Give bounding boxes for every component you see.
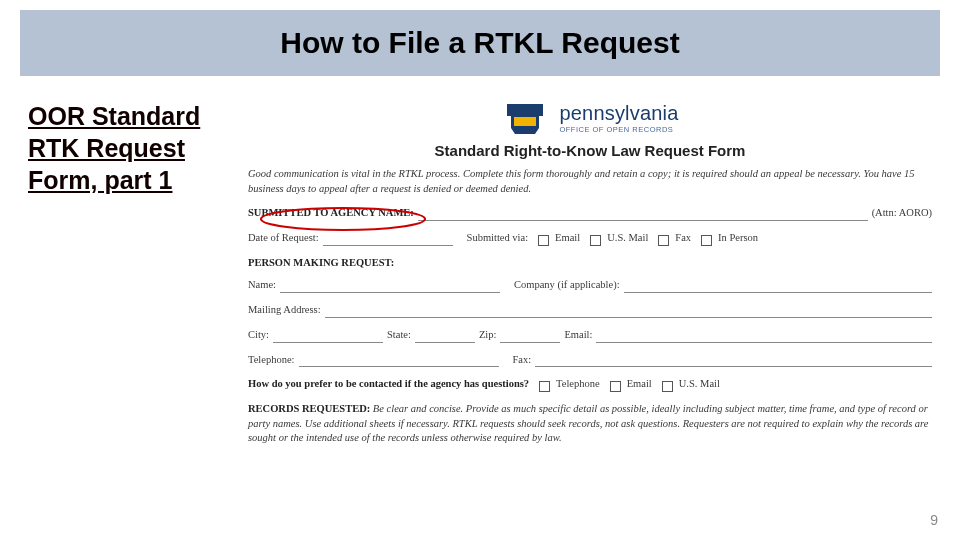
left-heading: OOR Standard RTK Request Form, part 1: [28, 100, 238, 196]
submitted-to-label: SUBMITTED TO AGENCY NAME:: [248, 206, 414, 221]
checkbox-person-icon: [701, 235, 712, 246]
mailing-row: Mailing Address:: [248, 303, 932, 318]
tel-blank: [299, 355, 499, 367]
date-via-row: Date of Request: Submitted via: Email U.…: [248, 231, 932, 246]
company-blank: [624, 281, 932, 293]
left-column: OOR Standard RTK Request Form, part 1: [28, 100, 238, 446]
state-blank: [415, 331, 475, 343]
checkbox-pref-mail-icon: [662, 381, 673, 392]
name-blank: [280, 281, 500, 293]
checkbox-email-icon: [538, 235, 549, 246]
pref-mail: U.S. Mail: [679, 377, 720, 392]
via-fax: Fax: [675, 231, 691, 246]
form-image-area: pennsylvania OFFICE OF OPEN RECORDS Stan…: [248, 100, 932, 446]
svg-rect-0: [514, 117, 536, 126]
checkbox-pref-email-icon: [610, 381, 621, 392]
contact-pref-label: How do you prefer to be contacted if the…: [248, 377, 529, 392]
state-label: State:: [387, 328, 411, 343]
records-requested: RECORDS REQUESTED: Be clear and concise.…: [248, 402, 932, 446]
form-title: Standard Right-to-Know Law Request Form: [248, 142, 932, 159]
pa-keystone-logo-icon: [501, 100, 549, 136]
form-intro: Good communication is vital in the RTKL …: [248, 167, 932, 196]
form-body: Good communication is vital in the RTKL …: [248, 167, 932, 446]
person-header: PERSON MAKING REQUEST:: [248, 256, 932, 271]
brand-text: pennsylvania OFFICE OF OPEN RECORDS: [559, 102, 678, 134]
name-row: Name: Company (if applicable):: [248, 278, 932, 293]
checkbox-mail-icon: [590, 235, 601, 246]
slide-title: How to File a RTKL Request: [20, 26, 940, 60]
date-blank: [323, 234, 453, 246]
zip-label: Zip:: [479, 328, 497, 343]
fax-label: Fax:: [513, 353, 532, 368]
brand-sub: OFFICE OF OPEN RECORDS: [559, 125, 678, 134]
brand-main: pennsylvania: [559, 102, 678, 125]
email-label: Email:: [564, 328, 592, 343]
via-mail: U.S. Mail: [607, 231, 648, 246]
email-blank: [596, 331, 932, 343]
tel-label: Telephone:: [248, 353, 295, 368]
company-label: Company (if applicable):: [514, 278, 620, 293]
submitted-to-blank: [418, 209, 868, 221]
tel-row: Telephone: Fax:: [248, 353, 932, 368]
records-lead: RECORDS REQUESTED:: [248, 403, 370, 414]
content-area: OOR Standard RTK Request Form, part 1 pe…: [0, 76, 960, 446]
page-number: 9: [930, 512, 938, 528]
fax-blank: [535, 355, 932, 367]
submitted-via-label: Submitted via:: [467, 231, 529, 246]
pref-email: Email: [627, 377, 652, 392]
city-blank: [273, 331, 383, 343]
city-label: City:: [248, 328, 269, 343]
city-row: City: State: Zip: Email:: [248, 328, 932, 343]
mailing-label: Mailing Address:: [248, 303, 321, 318]
name-label: Name:: [248, 278, 276, 293]
pref-tel: Telephone: [556, 377, 600, 392]
via-person: In Person: [718, 231, 758, 246]
checkbox-fax-icon: [658, 235, 669, 246]
checkbox-pref-tel-icon: [539, 381, 550, 392]
mailing-blank: [325, 306, 932, 318]
submitted-to-row: SUBMITTED TO AGENCY NAME: (Attn: AORO): [248, 206, 932, 221]
slide-title-bar: How to File a RTKL Request: [20, 10, 940, 76]
contact-pref-row: How do you prefer to be contacted if the…: [248, 377, 932, 392]
brand-row: pennsylvania OFFICE OF OPEN RECORDS: [248, 100, 932, 136]
zip-blank: [500, 331, 560, 343]
via-email: Email: [555, 231, 580, 246]
date-label: Date of Request:: [248, 231, 319, 246]
attn-label: (Attn: AORO): [872, 206, 932, 221]
